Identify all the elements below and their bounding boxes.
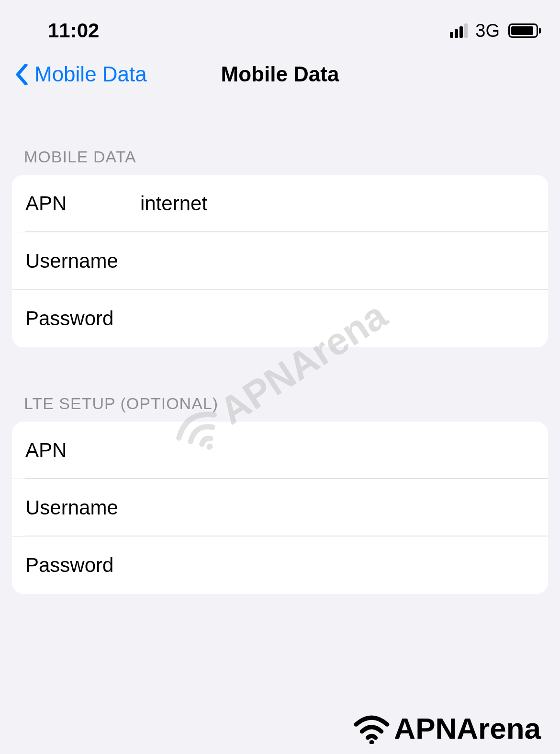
- nav-bar: Mobile Data Mobile Data: [0, 53, 560, 101]
- status-time: 11:02: [48, 19, 99, 42]
- row-lte-apn[interactable]: APN: [12, 422, 548, 479]
- row-password[interactable]: Password: [12, 290, 548, 347]
- bottom-logo: APNArena: [351, 711, 541, 745]
- username-input[interactable]: [140, 250, 535, 273]
- row-lte-username[interactable]: Username: [12, 479, 548, 537]
- row-apn[interactable]: APN: [12, 175, 548, 232]
- svg-point-1: [370, 740, 374, 744]
- status-bar: 11:02 3G: [0, 0, 560, 53]
- status-right: 3G: [450, 21, 541, 41]
- row-label: APN: [25, 192, 140, 215]
- signal-strength-icon: [450, 23, 468, 38]
- chevron-left-icon: [14, 64, 29, 85]
- apn-input[interactable]: [140, 192, 535, 215]
- back-label: Mobile Data: [34, 62, 147, 86]
- back-button[interactable]: Mobile Data: [14, 62, 147, 86]
- battery-icon: [508, 23, 541, 38]
- network-type: 3G: [475, 21, 500, 41]
- lte-username-input[interactable]: [140, 496, 535, 519]
- settings-group-lte: APN Username Password: [12, 422, 548, 594]
- section-header-lte: LTE SETUP (OPTIONAL): [0, 347, 560, 422]
- row-username[interactable]: Username: [12, 232, 548, 290]
- row-label: Password: [25, 307, 140, 330]
- bottom-logo-text: APNArena: [394, 711, 541, 745]
- wifi-icon: [351, 713, 392, 744]
- page-title: Mobile Data: [221, 62, 339, 86]
- password-input[interactable]: [140, 307, 535, 330]
- row-lte-password[interactable]: Password: [12, 537, 548, 594]
- row-label: Username: [25, 496, 140, 519]
- section-header-mobile-data: MOBILE DATA: [0, 101, 560, 175]
- row-label: Username: [25, 250, 140, 273]
- row-label: APN: [25, 439, 140, 462]
- lte-password-input[interactable]: [140, 554, 535, 577]
- row-label: Password: [25, 554, 140, 577]
- lte-apn-input[interactable]: [140, 439, 535, 462]
- settings-group-mobile-data: APN Username Password: [12, 175, 548, 347]
